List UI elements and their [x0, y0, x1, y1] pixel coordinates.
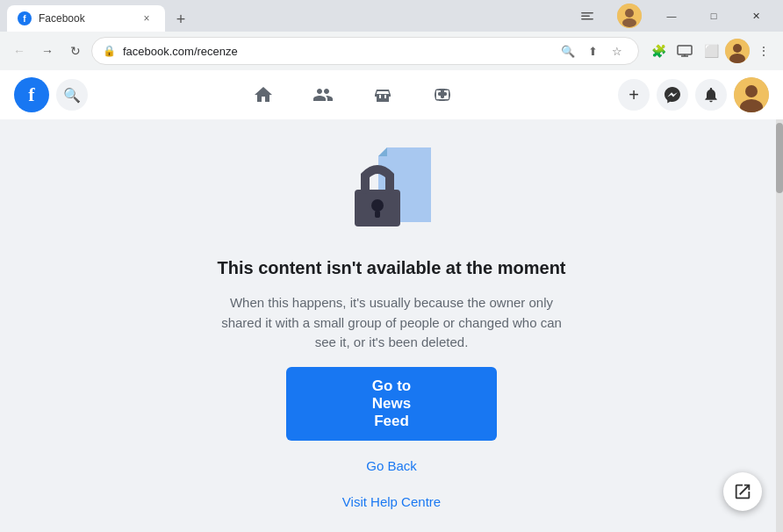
title-bar: f Facebook × +	[0, 0, 783, 32]
browser-avatar	[617, 4, 642, 28]
plus-icon: +	[629, 85, 639, 105]
browser-toolbar: 🧩 ⬜ ⋮	[646, 39, 776, 63]
error-illustration	[339, 139, 444, 235]
facebook-logo-text: f	[28, 83, 34, 106]
main-content-wrapper: This content isn't available at the mome…	[0, 119, 783, 532]
create-post-button[interactable]: +	[618, 79, 650, 111]
window-controls: — □ ✕	[567, 2, 776, 30]
notifications-button[interactable]	[695, 79, 727, 111]
new-tab-button[interactable]: +	[169, 7, 193, 32]
address-bar-row: ← → ↻ 🔒 facebook.com/recenze 🔍 ⬆ ☆ 🧩 ⬜	[0, 32, 783, 70]
minimize-icon: —	[667, 11, 677, 21]
tab-title: Facebook	[39, 12, 132, 25]
messenger-button[interactable]	[657, 79, 688, 111]
search-address-button[interactable]: 🔍	[557, 40, 578, 61]
svg-rect-2	[581, 18, 593, 20]
svg-point-10	[733, 44, 742, 53]
scrollbar[interactable]	[776, 119, 783, 532]
bookmark-button[interactable]: ☆	[607, 40, 628, 61]
visit-help-centre-link[interactable]: Visit Help Centre	[342, 491, 441, 513]
share-button[interactable]: ⬆	[582, 40, 603, 61]
browser-window: f Facebook × +	[0, 0, 783, 532]
nav-gaming-button[interactable]	[414, 74, 471, 116]
svg-point-4	[625, 9, 634, 18]
active-tab[interactable]: f Facebook ×	[7, 5, 165, 32]
svg-rect-0	[581, 12, 593, 14]
svg-rect-19	[375, 211, 380, 218]
facebook-search-button[interactable]: 🔍	[56, 79, 88, 111]
scrollbar-thumb[interactable]	[776, 123, 783, 193]
search-icon: 🔍	[63, 87, 81, 104]
tab-close-button[interactable]: ×	[139, 11, 154, 26]
svg-point-18	[371, 199, 384, 212]
maximize-icon: □	[711, 11, 717, 21]
svg-rect-1	[581, 16, 590, 18]
facebook-logo[interactable]: f	[14, 77, 49, 112]
close-icon: ✕	[752, 11, 760, 22]
address-bar[interactable]: 🔒 facebook.com/recenze 🔍 ⬆ ☆	[91, 37, 639, 65]
facebook-nav-center	[95, 74, 611, 116]
error-container: This content isn't available at the mome…	[198, 121, 585, 530]
forward-button[interactable]: →	[35, 39, 60, 63]
user-avatar[interactable]	[734, 77, 769, 112]
nav-marketplace-button[interactable]	[355, 74, 411, 116]
chrome-profile-avatar[interactable]	[725, 39, 750, 63]
floating-action-button[interactable]	[723, 472, 762, 511]
error-title: This content isn't available at the mome…	[217, 256, 565, 279]
tab-favicon: f	[18, 11, 32, 25]
extensions-button[interactable]: 🧩	[646, 39, 671, 63]
go-to-news-feed-button[interactable]: Go to News Feed	[286, 367, 497, 441]
url-text: facebook.com/recenze	[123, 45, 550, 58]
cast-button[interactable]	[672, 39, 697, 63]
tab-search-button[interactable]: ⬜	[699, 39, 723, 63]
svg-marker-16	[378, 147, 387, 156]
maximize-button[interactable]: □	[693, 2, 734, 30]
go-back-link[interactable]: Go Back	[366, 455, 417, 477]
facebook-navbar: f 🔍	[0, 70, 783, 119]
menu-button[interactable]: ⋮	[751, 39, 776, 63]
minimize-button[interactable]: —	[651, 2, 692, 30]
svg-point-5	[622, 18, 636, 27]
profile-menu-button[interactable]	[567, 2, 607, 30]
facebook-nav-right: +	[618, 77, 769, 112]
lock-icon: 🔒	[103, 45, 116, 57]
tab-bar: f Facebook × +	[7, 0, 564, 32]
address-bar-actions: 🔍 ⬆ ☆	[557, 40, 628, 61]
reload-button[interactable]: ↻	[63, 39, 88, 63]
error-page-content: This content isn't available at the mome…	[0, 119, 783, 532]
nav-home-button[interactable]	[235, 74, 291, 116]
error-description: When this happens, it's usually because …	[216, 293, 567, 353]
close-button[interactable]: ✕	[736, 2, 776, 30]
nav-friends-button[interactable]	[295, 74, 351, 116]
svg-point-13	[745, 85, 758, 97]
back-button[interactable]: ←	[7, 39, 32, 63]
svg-rect-6	[678, 46, 692, 54]
browser-profile-button[interactable]	[609, 2, 650, 30]
